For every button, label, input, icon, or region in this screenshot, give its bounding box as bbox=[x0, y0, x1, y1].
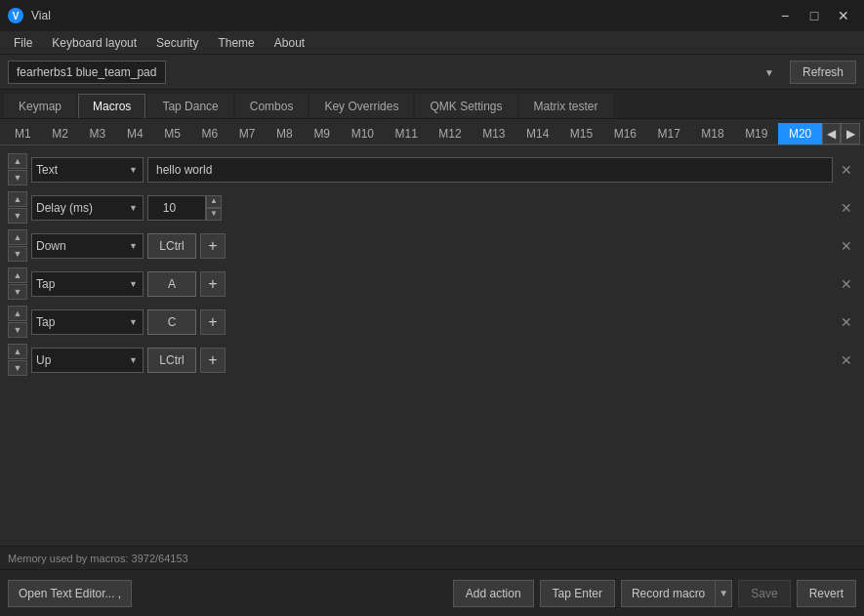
title-bar-left: V Vial bbox=[8, 8, 51, 23]
menu-bar: File Keyboard layout Security Theme Abou… bbox=[0, 31, 864, 55]
move-up-2[interactable]: ▲ bbox=[8, 191, 27, 207]
macro-tab-m1[interactable]: M1 bbox=[4, 123, 41, 144]
key-a-4[interactable]: A bbox=[147, 271, 196, 297]
text-input-1[interactable] bbox=[147, 157, 833, 183]
macro-tab-m16[interactable]: M16 bbox=[603, 123, 647, 144]
macro-tab-m19[interactable]: M19 bbox=[734, 123, 778, 144]
delete-action-6[interactable]: ✕ bbox=[837, 350, 856, 370]
action-type-select-5[interactable]: Text Delay (ms) Down Tap Up bbox=[31, 309, 144, 335]
macro-tab-m6[interactable]: M6 bbox=[190, 123, 227, 144]
action-type-wrapper-5: Text Delay (ms) Down Tap Up bbox=[31, 309, 144, 335]
delay-input[interactable] bbox=[147, 195, 206, 221]
tabs: Keymap Macros Tap Dance Combos Key Overr… bbox=[0, 90, 864, 119]
macro-tab-m4[interactable]: M4 bbox=[116, 123, 153, 144]
action-type-select-3[interactable]: Text Delay (ms) Down Tap Up bbox=[31, 233, 144, 259]
key-c-5[interactable]: C bbox=[147, 309, 196, 335]
move-buttons-6: ▲ ▼ bbox=[8, 344, 27, 376]
macro-tab-m11[interactable]: M11 bbox=[385, 123, 429, 144]
action-type-select-6[interactable]: Text Delay (ms) Down Tap Up bbox=[31, 348, 144, 373]
record-macro-main-button[interactable]: Record macro bbox=[621, 580, 715, 607]
maximize-button[interactable]: □ bbox=[802, 7, 827, 24]
menu-about[interactable]: About bbox=[265, 34, 314, 52]
tab-key-overrides[interactable]: Key Overrides bbox=[309, 94, 413, 118]
tab-keymap[interactable]: Keymap bbox=[4, 94, 76, 118]
move-down-3[interactable]: ▼ bbox=[8, 246, 27, 262]
macro-tab-m18[interactable]: M18 bbox=[690, 123, 734, 144]
action-type-select-1[interactable]: Text Delay (ms) Down Tap Up bbox=[31, 157, 144, 183]
macro-tab-m14[interactable]: M14 bbox=[515, 123, 559, 144]
save-button[interactable]: Save bbox=[738, 580, 790, 607]
device-select-wrapper: fearherbs1 blue_team_pad bbox=[8, 61, 782, 84]
tab-macros[interactable]: Macros bbox=[78, 94, 145, 118]
move-down-1[interactable]: ▼ bbox=[8, 170, 27, 185]
move-up-1[interactable]: ▲ bbox=[8, 153, 27, 169]
macro-tab-m17[interactable]: M17 bbox=[646, 123, 690, 144]
revert-button[interactable]: Revert bbox=[797, 580, 856, 607]
move-up-4[interactable]: ▲ bbox=[8, 267, 27, 283]
move-down-5[interactable]: ▼ bbox=[8, 322, 27, 338]
move-buttons-4: ▲ ▼ bbox=[8, 267, 27, 300]
action-type-wrapper-1: Text Delay (ms) Down Tap Up bbox=[31, 157, 144, 183]
action-row-tap-a: ▲ ▼ Text Delay (ms) Down Tap Up A + ✕ bbox=[8, 267, 856, 300]
macro-tab-m10[interactable]: M10 bbox=[341, 123, 385, 144]
tab-combos[interactable]: Combos bbox=[235, 94, 309, 118]
tab-tap-dance[interactable]: Tap Dance bbox=[147, 94, 232, 118]
add-key-4[interactable]: + bbox=[200, 271, 226, 297]
macro-tab-m20[interactable]: M20 bbox=[778, 123, 822, 144]
spinner-down[interactable]: ▼ bbox=[206, 208, 222, 221]
tab-matrix-tester[interactable]: Matrix tester bbox=[519, 94, 613, 118]
minimize-button[interactable]: − bbox=[772, 7, 798, 24]
record-macro-dropdown-button[interactable]: ▼ bbox=[715, 580, 732, 607]
action-type-select-4[interactable]: Text Delay (ms) Down Tap Up bbox=[31, 271, 144, 297]
action-row-tap-c: ▲ ▼ Text Delay (ms) Down Tap Up C + ✕ bbox=[8, 306, 856, 338]
key-lctrl-3[interactable]: LCtrl bbox=[147, 233, 196, 259]
menu-security[interactable]: Security bbox=[146, 34, 208, 52]
macro-tab-m13[interactable]: M13 bbox=[472, 123, 515, 144]
delete-action-1[interactable]: ✕ bbox=[837, 160, 856, 180]
title-text: Vial bbox=[31, 9, 51, 22]
menu-theme[interactable]: Theme bbox=[208, 34, 264, 52]
window-controls: − □ ✕ bbox=[772, 7, 856, 24]
action-type-wrapper-4: Text Delay (ms) Down Tap Up bbox=[31, 271, 144, 297]
move-buttons-1: ▲ ▼ bbox=[8, 153, 27, 185]
move-down-2[interactable]: ▼ bbox=[8, 208, 27, 224]
delete-action-2[interactable]: ✕ bbox=[837, 198, 856, 218]
macro-tab-m15[interactable]: M15 bbox=[559, 123, 603, 144]
macro-next-button[interactable]: ▶ bbox=[841, 123, 860, 144]
macro-tab-m9[interactable]: M9 bbox=[303, 123, 340, 144]
title-bar: V Vial − □ ✕ bbox=[0, 0, 864, 31]
tab-qmk-settings[interactable]: QMK Settings bbox=[415, 94, 516, 118]
macro-tab-m12[interactable]: M12 bbox=[428, 123, 472, 144]
macro-tab-m5[interactable]: M5 bbox=[153, 123, 190, 144]
add-action-button[interactable]: Add action bbox=[453, 580, 534, 607]
move-up-6[interactable]: ▲ bbox=[8, 344, 27, 359]
close-button[interactable]: ✕ bbox=[831, 7, 856, 24]
menu-keyboard-layout[interactable]: Keyboard layout bbox=[42, 34, 146, 52]
macro-tab-m3[interactable]: M3 bbox=[79, 123, 116, 144]
move-up-5[interactable]: ▲ bbox=[8, 306, 27, 321]
delete-action-3[interactable]: ✕ bbox=[837, 236, 856, 256]
add-key-5[interactable]: + bbox=[200, 309, 226, 335]
add-key-3[interactable]: + bbox=[200, 233, 226, 259]
add-key-6[interactable]: + bbox=[200, 348, 226, 373]
move-down-6[interactable]: ▼ bbox=[8, 360, 27, 376]
memory-status: Memory used by macros: 3972/64153 bbox=[8, 553, 188, 564]
bottom-bar: Open Text Editor... , Add action Tap Ent… bbox=[0, 569, 864, 616]
macro-tab-m8[interactable]: M8 bbox=[266, 123, 303, 144]
move-up-3[interactable]: ▲ bbox=[8, 229, 27, 245]
delete-action-4[interactable]: ✕ bbox=[837, 274, 856, 294]
macro-tab-m7[interactable]: M7 bbox=[228, 123, 266, 144]
menu-file[interactable]: File bbox=[4, 34, 42, 52]
delete-action-5[interactable]: ✕ bbox=[837, 312, 856, 332]
action-type-select-2[interactable]: Text Delay (ms) Down Tap Up bbox=[31, 195, 144, 221]
move-down-4[interactable]: ▼ bbox=[8, 284, 27, 300]
open-text-editor-button[interactable]: Open Text Editor... , bbox=[8, 580, 132, 607]
macro-tab-m2[interactable]: M2 bbox=[41, 123, 78, 144]
macro-prev-button[interactable]: ◀ bbox=[822, 123, 842, 144]
refresh-button[interactable]: Refresh bbox=[790, 61, 856, 84]
tap-enter-button[interactable]: Tap Enter bbox=[540, 580, 615, 607]
action-type-wrapper-6: Text Delay (ms) Down Tap Up bbox=[31, 348, 144, 373]
device-select[interactable]: fearherbs1 blue_team_pad bbox=[8, 61, 166, 84]
key-lctrl-6[interactable]: LCtrl bbox=[147, 348, 196, 373]
spinner-up[interactable]: ▲ bbox=[206, 195, 222, 208]
